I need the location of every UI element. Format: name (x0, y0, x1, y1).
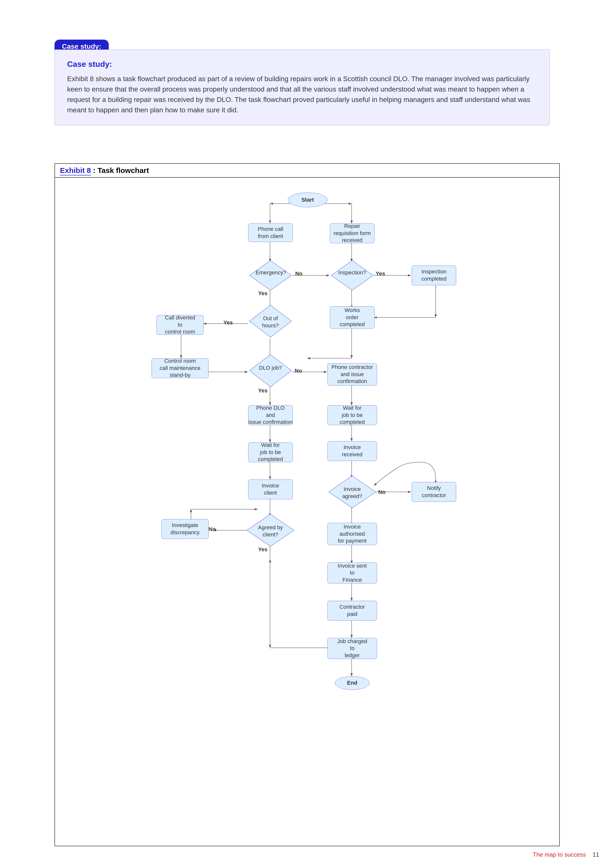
node-phone-dlo: Phone DLO and issue confirmation (248, 405, 293, 425)
node-start: Start (288, 192, 328, 207)
footer: The map to success 11 (533, 851, 599, 858)
footer-page: 11 (592, 851, 599, 858)
node-phone-call: Phone call from client (248, 223, 293, 242)
label-dlo-yes: Yes (258, 388, 267, 394)
node-inspection: Inspection? (330, 259, 375, 291)
node-invoice-received: Invoice received (328, 441, 377, 461)
node-emergency: Emergency? (248, 259, 293, 291)
node-out-of-hours: Out of hours? (248, 304, 293, 338)
node-dlo-job-label: DLO job? (256, 364, 285, 372)
node-control-room: Control room call maintenance stand-by (152, 358, 208, 378)
node-wait-job-1: Wait for job to be completed (328, 405, 377, 425)
arrows-svg: .arrow { stroke: #555; stroke-width: 1.5… (55, 178, 559, 846)
node-agreed-client-label: Agreed by client? (254, 524, 286, 538)
label-agreed-client-yes: Yes (258, 546, 267, 553)
exhibit-desc: : Task flowchart (93, 166, 149, 174)
case-study-title: Case study: (67, 60, 537, 69)
node-invoice-finance: Invoice sent to Finance (328, 563, 377, 583)
node-repair-form: Repair requisition form received (330, 223, 375, 243)
node-agreed-client: Agreed by client? (246, 513, 295, 547)
label-emergency-yes: Yes (258, 290, 267, 297)
case-study-box: Case study: Exhibit 8 shows a task flowc… (54, 50, 550, 126)
node-invoice-agreed: Invoice agreed? (328, 474, 377, 509)
exhibit-box: Exhibit 8 : Task flowchart .arrow { stro… (54, 163, 560, 846)
case-study-body: Exhibit 8 shows a task flowchart produce… (67, 74, 537, 115)
node-contractor-paid: Contractor paid (328, 601, 377, 620)
node-phone-contractor: Phone contractor and issue confirmation (328, 363, 377, 386)
label-inspection-yes: Yes (376, 270, 385, 277)
node-job-charged: Job charged to ledger (328, 638, 377, 659)
node-call-diverted: Call diverted to control room (157, 315, 204, 335)
node-invoice-agreed-label: Invoice agreed? (336, 486, 368, 500)
node-emergency-label: Emergency? (256, 269, 285, 276)
node-end: End (335, 676, 370, 690)
node-out-of-hours-label: Out of hours? (256, 315, 285, 329)
label-out-of-hours-yes: Yes (224, 319, 233, 326)
node-inspection-completed: Inspection completed (412, 265, 456, 285)
flowchart-area: .arrow { stroke: #555; stroke-width: 1.5… (55, 178, 559, 846)
exhibit-label: Exhibit 8 (60, 166, 91, 175)
node-dlo-job: DLO job? (248, 353, 293, 388)
node-invoice-authorised: Invoice authorised for payment (328, 523, 377, 545)
node-notify-contractor: Notify contractor (412, 482, 456, 502)
node-wait-job-3: Wait for job to be completed (248, 442, 293, 462)
node-invoice-client: Invoice client (248, 479, 293, 499)
label-emergency-no: No (295, 270, 302, 277)
node-investigate: Investigate discrepancy (162, 519, 208, 539)
footer-text: The map to success (533, 851, 586, 858)
node-works-order: Works order completed (330, 306, 375, 329)
node-inspection-label: Inspection? (337, 269, 367, 276)
label-dlo-no: No (295, 368, 302, 374)
exhibit-title-bar: Exhibit 8 : Task flowchart (55, 164, 559, 178)
label-agreed-client-no: No (208, 526, 216, 532)
label-invoice-agreed-no: No (378, 489, 385, 495)
